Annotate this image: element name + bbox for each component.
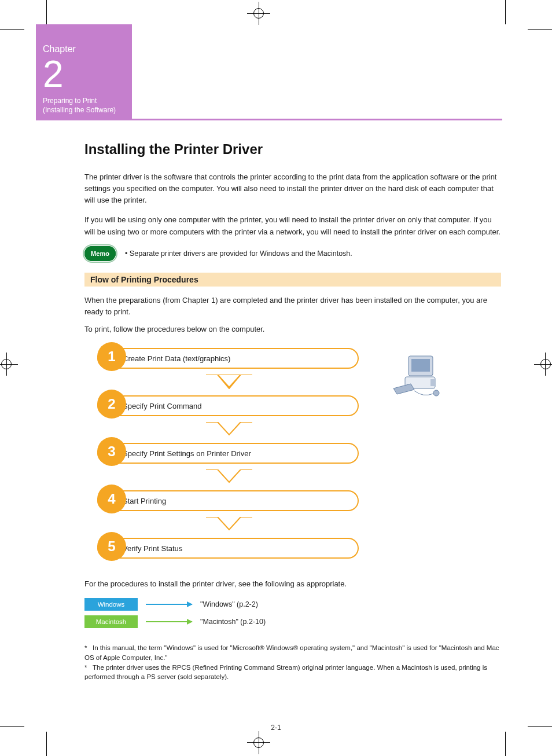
flow-step-number: 2 xyxy=(97,390,126,419)
footnote-block: *In this manual, the term "Windows" is u… xyxy=(84,643,501,682)
flow-step-label: Specify Print Command xyxy=(123,402,202,410)
flow-step: Create Print Data (text/graphics) 1 xyxy=(84,343,501,373)
flow-step: Verify Print Status 5 xyxy=(84,533,501,563)
flow-step-number: 4 xyxy=(97,485,126,513)
arrow-right-icon xyxy=(146,621,192,622)
flow-diagram: Create Print Data (text/graphics) 1 Spec… xyxy=(84,343,501,563)
footnote-text: In this manual, the term "Windows" is us… xyxy=(84,644,499,661)
chapter-number: 2 xyxy=(43,56,125,93)
section-heading: Flow of Printing Procedures xyxy=(84,273,501,287)
memo-text: • Separate printer drivers are provided … xyxy=(125,249,352,258)
footnote-text: The printer driver uses the RPCS (Refine… xyxy=(84,664,487,681)
flow-step: Specify Print Settings on Printer Driver… xyxy=(84,438,501,468)
page: Chapter 2 Preparing to Print (Installing… xyxy=(10,20,542,736)
page-title: Installing the Printer Driver xyxy=(84,141,501,157)
arrow-down-icon xyxy=(206,375,252,390)
arrow-down-icon xyxy=(206,469,252,485)
reference-target: "Windows" (p.2-2) xyxy=(200,600,258,608)
arrow-down-icon xyxy=(206,517,252,532)
arrow-right-icon xyxy=(146,604,192,605)
flow-step: Specify Print Command 2 xyxy=(84,391,501,421)
flow-step-label: Specify Print Settings on Printer Driver xyxy=(123,449,251,458)
svg-rect-3 xyxy=(430,379,435,386)
chapter-label: Chapter xyxy=(43,44,125,54)
reference-row: Windows "Windows" (p.2-2) xyxy=(84,598,501,611)
paragraph: To print, follow the procedures below on… xyxy=(84,324,501,335)
flow-step-label: Verify Print Status xyxy=(123,544,182,553)
chapter-title-line: (Installing the Software) xyxy=(43,105,125,115)
arrow-down-icon xyxy=(206,422,252,437)
flow-step-label: Create Print Data (text/graphics) xyxy=(123,354,230,363)
body-column: Installing the Printer Driver The printe… xyxy=(84,141,501,682)
flow-step-number: 5 xyxy=(97,532,126,561)
flow-step-number: 1 xyxy=(97,342,126,371)
memo-badge-icon: Memo xyxy=(84,246,116,261)
chapter-title-line: Preparing to Print xyxy=(43,96,125,105)
os-chip-windows: Windows xyxy=(84,598,138,611)
reference-links: Windows "Windows" (p.2-2) Macintosh "Mac… xyxy=(84,598,501,628)
reference-row: Macintosh "Macintosh" (p.2-10) xyxy=(84,615,501,628)
paragraph: When the preparations (from Chapter 1) a… xyxy=(84,295,501,318)
header-rule xyxy=(132,119,502,120)
registration-mark-icon xyxy=(545,353,546,376)
paragraph: The printer driver is the software that … xyxy=(84,171,501,206)
page-number: 2-1 xyxy=(10,724,542,732)
memo-callout: Memo • Separate printer drivers are prov… xyxy=(84,246,501,261)
reference-target: "Macintosh" (p.2-10) xyxy=(200,618,266,626)
memo-text-content: Separate printer drivers are provided fo… xyxy=(130,249,352,258)
chapter-header: Chapter 2 Preparing to Print (Installing… xyxy=(36,24,132,120)
flow-step-label: Start Printing xyxy=(123,497,166,505)
paragraph: If you will be using only one computer w… xyxy=(84,214,501,237)
flow-step-number: 3 xyxy=(97,437,126,466)
flow-step: Start Printing 4 xyxy=(84,486,501,516)
registration-mark-icon xyxy=(6,353,7,376)
os-chip-macintosh: Macintosh xyxy=(84,615,138,628)
paragraph: For the procedures to install the printe… xyxy=(84,578,501,590)
